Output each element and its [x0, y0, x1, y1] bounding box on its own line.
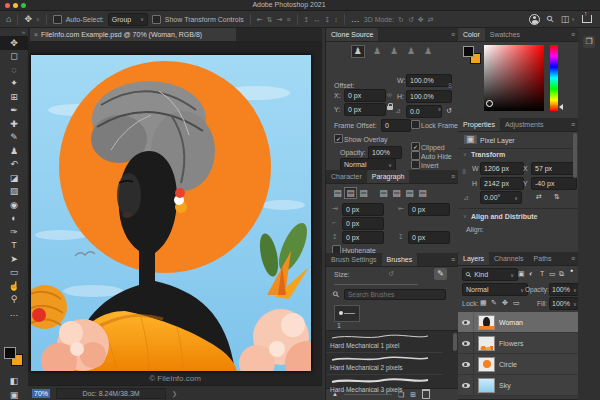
close-tab-icon[interactable]: × [34, 31, 38, 38]
brush-search-input[interactable] [344, 289, 446, 300]
tool-healing-brush[interactable]: ✚ [0, 117, 28, 131]
align-left-icon[interactable]: ⇤ [257, 16, 263, 23]
tool-crop[interactable]: ⊞ [0, 90, 28, 104]
tool-dodge[interactable]: ◐ [0, 212, 28, 226]
prop-angle-dropdown[interactable]: 0.00°∨ [480, 191, 522, 204]
show-overlay-checkbox[interactable]: ✓ [334, 134, 343, 143]
brush-item[interactable]: Hard Mechanical 1 pixel [326, 331, 443, 353]
align-top-icon[interactable]: ↥ [304, 16, 310, 23]
workspace-icon[interactable]: ◫ [561, 15, 570, 24]
panel-menu-icon[interactable]: ≡ [451, 170, 455, 183]
show-transform-checkbox[interactable] [152, 15, 161, 24]
fill-dropdown[interactable]: 100%∨ [549, 297, 579, 310]
tab-swatches[interactable]: Swatches [485, 28, 525, 41]
screen-mode-icon[interactable]: ▣ [0, 388, 28, 400]
lock-frame-checkbox[interactable] [411, 120, 420, 129]
layer-row-circle[interactable]: Circle [458, 354, 578, 375]
filter-adjustment-icon[interactable]: ◐ [529, 270, 533, 277]
tool-marquee[interactable]: ◻ [0, 50, 28, 64]
frame-offset-field[interactable]: 0 [381, 119, 411, 132]
space-after-field[interactable]: 0 px [408, 231, 450, 244]
tab-properties[interactable]: Properties [458, 118, 500, 131]
libraries-panel-icon[interactable]: ❐ [583, 36, 595, 48]
brush-item[interactable]: Hard Mechanical 2 pixels [326, 353, 443, 375]
move-tool-icon[interactable]: ✥ [24, 15, 32, 24]
tab-paragraph[interactable]: Paragraph [367, 170, 410, 183]
auto-select-target-dropdown[interactable]: Group∨ [108, 13, 148, 26]
foreground-color-swatch[interactable] [4, 347, 16, 359]
color-swatch-widget[interactable] [3, 346, 25, 368]
invert-checkbox[interactable] [411, 160, 420, 169]
indent-right-field[interactable]: 0 px [408, 203, 450, 216]
panel-menu-icon[interactable]: ≡ [451, 28, 455, 41]
document-tab[interactable]: × FileInfo.com Example.psd @ 70% (Woman,… [30, 28, 236, 41]
flip-horizontal-icon[interactable]: ⇄ [536, 193, 542, 200]
panel-menu-icon[interactable]: ≡ [571, 28, 575, 41]
tab-brush-settings[interactable]: Brush Settings [326, 253, 382, 266]
align-distribute-label[interactable]: Align and Distribute [471, 213, 538, 220]
align-center-icon[interactable]: ⇅ [267, 16, 273, 23]
justify-all-button[interactable]: ▤ [417, 188, 428, 198]
justify-last-left-button[interactable]: ▤ [378, 188, 389, 198]
new-group-folder-icon[interactable]: ❏ [398, 391, 404, 398]
tool-zoom[interactable]: ⚲ [0, 293, 28, 307]
visibility-toggle[interactable] [458, 354, 474, 374]
toolbar-more-icon[interactable]: … [0, 306, 28, 320]
share-icon[interactable]: ↑ [582, 15, 592, 23]
tool-smudge[interactable]: ◉ [0, 198, 28, 212]
tab-paths[interactable]: Paths [529, 252, 557, 265]
align-text-right-button[interactable]: ▤ [358, 188, 369, 198]
home-icon[interactable]: ⌂ [6, 15, 11, 24]
toolbar-collapse-icon[interactable]: » [0, 28, 28, 36]
color-panel-swatches[interactable] [463, 46, 481, 64]
visibility-toggle[interactable] [458, 312, 474, 332]
saturation-square[interactable] [484, 45, 544, 111]
foreground-color-mini[interactable] [463, 46, 474, 57]
brush-list-scrollbar[interactable] [453, 333, 457, 351]
auto-select-checkbox[interactable] [53, 15, 62, 24]
align-middle-icon[interactable]: ↔ [313, 16, 320, 23]
hue-slider-arrow[interactable] [559, 104, 563, 110]
edit-brush-button[interactable]: ✎ [434, 268, 447, 280]
align-chevron-icon[interactable]: ∨ [463, 214, 467, 219]
offset-y-field[interactable]: 0 px [344, 103, 386, 116]
indent-left-field[interactable]: 0 px [342, 203, 384, 216]
filter-type-icon[interactable]: T [540, 270, 544, 277]
transform-chevron-icon[interactable]: ∨ [463, 152, 467, 157]
more-options-icon[interactable]: … [351, 15, 360, 24]
tab-layers[interactable]: Layers [458, 252, 489, 265]
roll-3d-icon[interactable]: ↺ [408, 16, 414, 23]
status-chevron-icon[interactable]: ❯ [172, 390, 177, 397]
align-text-left-button[interactable]: ▤ [332, 188, 343, 198]
blend-mode-dropdown[interactable]: Normal∨ [462, 283, 528, 296]
clone-slot-4[interactable]: ♟ [407, 47, 415, 56]
tool-history-brush[interactable]: ↶ [0, 158, 28, 172]
prop-h-field[interactable]: 2142 px [480, 177, 524, 190]
pan-3d-icon[interactable]: ✥ [418, 16, 424, 23]
tab-adjustments[interactable]: Adjustments [500, 118, 549, 131]
auto-hide-checkbox[interactable] [411, 151, 420, 160]
tab-clone-source[interactable]: Clone Source [326, 28, 378, 41]
prop-y-field[interactable]: -40 px [531, 177, 577, 190]
tool-eraser[interactable]: ◪ [0, 171, 28, 185]
distribute-vertical-icon[interactable]: ↕ [334, 16, 338, 23]
chain-icon[interactable]: ∞ [447, 83, 454, 88]
panel-menu-icon[interactable]: ≡ [571, 252, 575, 265]
tab-color[interactable]: Color [458, 28, 485, 41]
align-bottom-icon[interactable]: ↧ [324, 16, 330, 23]
indent-first-field[interactable]: 0 px [342, 217, 384, 230]
brush-group-tile[interactable] [334, 305, 360, 322]
prop-x-field[interactable]: 57 px [531, 162, 577, 175]
align-text-center-button[interactable]: ▤ [345, 188, 356, 198]
account-icon[interactable] [529, 14, 540, 25]
filter-toggle-icon[interactable]: ● [570, 268, 573, 273]
reset-angle-icon[interactable]: ↺ [446, 107, 452, 114]
lock-transparency-icon[interactable]: ▦ [480, 299, 487, 306]
tool-clone-stamp[interactable]: ♟ [0, 144, 28, 158]
filter-smart-object-icon[interactable]: ⧉ [559, 270, 564, 277]
delete-brush-icon[interactable] [422, 389, 430, 399]
tool-pen[interactable]: ✑ [0, 225, 28, 239]
transform-link-icon[interactable]: ∞ [461, 169, 468, 174]
clone-slot-2[interactable]: ♟ [373, 47, 381, 56]
hue-strip[interactable] [550, 45, 558, 111]
